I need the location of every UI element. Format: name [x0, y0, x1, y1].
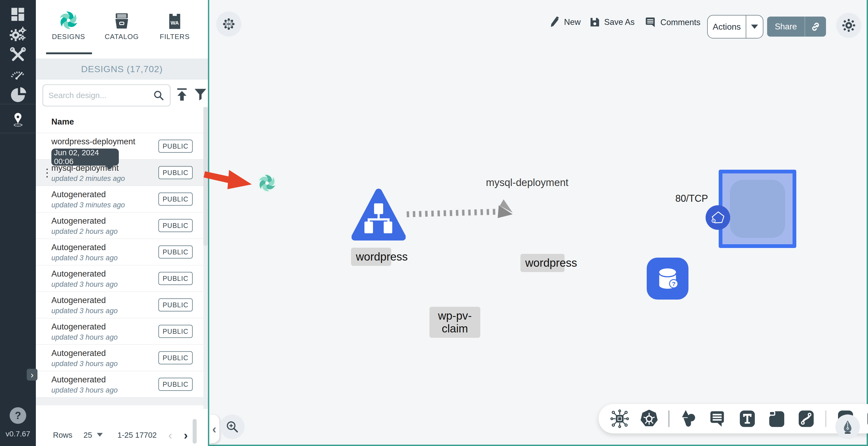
pencil-doodle-icon[interactable]: [865, 409, 868, 429]
zoom-in-icon[interactable]: [220, 414, 245, 439]
search-input[interactable]: [49, 91, 153, 100]
design-updated: updated 3 hours ago: [51, 386, 118, 394]
tab-label: FILTERS: [152, 33, 197, 41]
tab-filters[interactable]: WA FILTERS: [152, 7, 197, 41]
panel-scrollbar-thumb[interactable]: [193, 419, 197, 444]
design-name: Autogenerated: [51, 216, 106, 226]
tab-catalog[interactable]: CATALOG: [99, 7, 145, 41]
component-icon[interactable]: [610, 409, 629, 429]
table-row[interactable]: ⋮ Autogenerated updated 3 hours ago PUBL…: [36, 318, 208, 344]
panel-collapse-chevron-icon[interactable]: ‹: [209, 415, 219, 443]
save-as-label: Save As: [604, 18, 635, 27]
svg-text:WA: WA: [171, 20, 179, 26]
save-as-button[interactable]: Save As: [589, 16, 635, 28]
configuration-tools-icon[interactable]: [8, 45, 28, 65]
table-row[interactable]: ⋮ Autogenerated updated 3 hours ago PUBL…: [36, 265, 208, 291]
settings-gear-icon[interactable]: [836, 13, 861, 38]
kanvas-pin-icon[interactable]: [8, 109, 28, 130]
extensions-pie-icon[interactable]: [8, 85, 28, 105]
new-button[interactable]: New: [549, 16, 581, 28]
dashboard-icon[interactable]: [8, 5, 28, 25]
share-button[interactable]: Share: [767, 16, 826, 37]
visibility-badge: PUBLIC: [158, 378, 193, 391]
rows-per-page[interactable]: 25: [84, 431, 92, 440]
pvc-node-label: wp-pv-claim: [430, 307, 480, 338]
canvas-topbar: New Save As Comments Actions Share: [209, 0, 868, 43]
comment-icon: [645, 16, 657, 28]
comments-button[interactable]: Comments: [645, 16, 701, 28]
table-row[interactable]: ⋮ Autogenerated updated 3 hours ago PUBL…: [36, 344, 208, 371]
toolbar-divider: [826, 410, 826, 427]
next-page-chevron-icon[interactable]: ›: [184, 428, 188, 442]
design-name: Autogenerated: [51, 375, 106, 384]
deployment-node-label: wordpress: [520, 254, 565, 272]
catalog-archive-icon: [99, 7, 145, 30]
deployment-node[interactable]: [719, 170, 796, 248]
rectangle-tool-icon[interactable]: [767, 409, 787, 429]
performance-speedometer-icon[interactable]: [8, 64, 28, 84]
import-design-icon[interactable]: [175, 87, 189, 102]
table-row[interactable]: ⋮ Autogenerated updated 3 minutes ago PU…: [36, 186, 208, 212]
wasm-filter-icon: WA: [152, 7, 197, 30]
column-header-name: Name: [51, 117, 74, 127]
pagination: Rows 25 1-25 17702 ‹ ›: [36, 427, 208, 444]
design-updated: updated 3 hours ago: [51, 254, 118, 262]
timestamp-tooltip: Jun 02, 2024 00:06: [51, 148, 119, 166]
table-row[interactable]: ⋮ Autogenerated updated 3 hours ago PUBL…: [36, 239, 208, 265]
visibility-badge: PUBLIC: [158, 272, 193, 285]
design-name: Autogenerated: [51, 243, 106, 252]
save-icon: [589, 16, 600, 28]
design-name: Autogenerated: [51, 322, 106, 332]
lifecycle-gears-icon[interactable]: [8, 25, 28, 45]
kubernetes-pentagon-badge-icon[interactable]: [706, 205, 730, 230]
design-name: Autogenerated: [51, 269, 106, 279]
shapes-icon[interactable]: [679, 409, 699, 429]
design-canvas[interactable]: New Save As Comments Actions Share: [208, 0, 868, 446]
app-version: v0.7.67: [0, 430, 36, 438]
design-name: Autogenerated: [51, 296, 106, 305]
text-tool-icon[interactable]: [737, 409, 757, 429]
list-scrollbar[interactable]: [204, 107, 208, 409]
rows-per-page-caret-icon[interactable]: [97, 433, 103, 437]
actions-dropdown-caret-icon[interactable]: [746, 25, 763, 29]
actions-button[interactable]: Actions: [707, 15, 764, 38]
help-icon[interactable]: ?: [10, 407, 26, 424]
search-row: [36, 80, 208, 111]
table-row[interactable]: ⋮ Autogenerated updated 3 hours ago PUBL…: [36, 291, 208, 318]
list-scrollbar-thumb[interactable]: [204, 107, 208, 246]
design-updated: updated 3 hours ago: [51, 280, 118, 288]
share-label: Share: [767, 22, 805, 32]
design-name: wordpress-deployment: [51, 137, 135, 146]
tab-designs[interactable]: DESIGNS: [46, 7, 91, 41]
list-footer-strip: [36, 398, 208, 405]
service-node[interactable]: [351, 188, 406, 242]
link-curve-icon[interactable]: [796, 409, 816, 429]
visibility-badge: PUBLIC: [158, 219, 193, 232]
visibility-badge: PUBLIC: [158, 299, 193, 312]
design-updated: updated 2 hours ago: [51, 228, 118, 236]
sidebar-divider: [0, 104, 36, 104]
table-row[interactable]: ⋮ Autogenerated updated 3 hours ago PUBL…: [36, 371, 208, 398]
sidebar-expand-chevron-icon[interactable]: ›: [27, 369, 37, 380]
kubernetes-icon[interactable]: [639, 409, 659, 429]
visibility-badge: PUBLIC: [158, 325, 193, 338]
design-updated: updated 3 minutes ago: [51, 201, 125, 209]
svg-text:?: ?: [672, 280, 676, 287]
table-row[interactable]: ⋮ Autogenerated updated 2 hours ago PUBL…: [36, 212, 208, 239]
filter-funnel-icon[interactable]: [193, 87, 208, 102]
search-input-wrap[interactable]: [42, 84, 170, 106]
prev-page-chevron-icon[interactable]: ‹: [168, 428, 172, 442]
kebab-menu-icon[interactable]: ⋮: [42, 171, 48, 174]
annotation-icon[interactable]: [708, 409, 728, 429]
visibility-badge: PUBLIC: [158, 166, 193, 179]
mysql-node-icon[interactable]: [256, 172, 278, 195]
design-updated: updated 3 hours ago: [51, 307, 118, 315]
tab-label: DESIGNS: [46, 33, 91, 41]
pvc-node[interactable]: ?: [647, 258, 688, 300]
mysql-node-label: mysql-deployment: [486, 177, 568, 188]
share-link-icon[interactable]: [805, 22, 826, 32]
rows-label: Rows: [53, 431, 72, 440]
pen-nib-icon[interactable]: [835, 414, 860, 439]
edge-port-label: 80/TCP: [675, 193, 708, 204]
active-tab-underline: [46, 53, 92, 54]
